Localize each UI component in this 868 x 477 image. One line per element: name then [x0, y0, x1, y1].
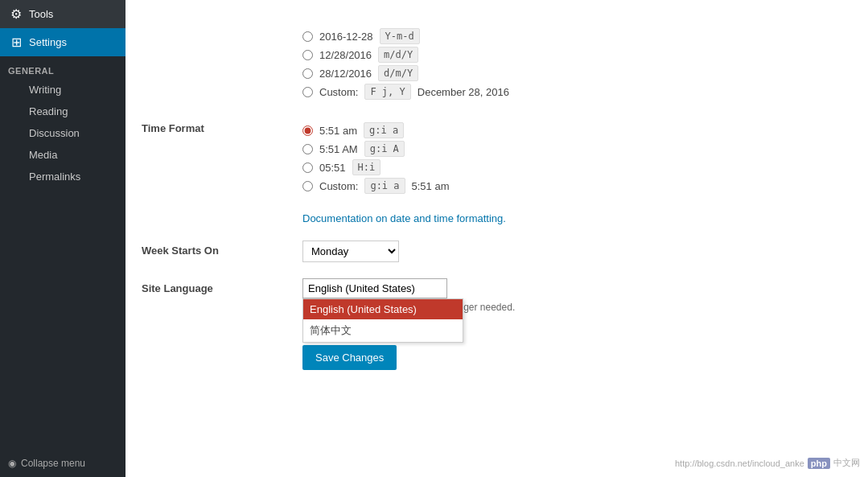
date-format-badge-dmy: d/m/Y	[378, 65, 418, 81]
date-format-badge-mdy: m/d/Y	[378, 47, 418, 63]
sidebar-item-media[interactable]: Media	[0, 144, 125, 166]
date-format-option-ymd[interactable]: 2016-12-28 Y-m-d	[302, 28, 825, 44]
date-format-label	[142, 16, 302, 110]
time-format-label: Time Format	[142, 110, 302, 204]
sidebar-item-writing[interactable]: Writing	[0, 79, 125, 101]
time-format-radio-custom[interactable]	[302, 181, 313, 191]
date-format-preview: December 28, 2016	[418, 86, 509, 98]
date-format-row: 2016-12-28 Y-m-d 12/28/2016 m/d/Y 28/12/…	[142, 16, 825, 110]
date-format-display-ymd: 2016-12-28	[319, 31, 373, 43]
time-format-display-Hi: 05:51	[319, 162, 346, 174]
doc-link-row: Documentation on date and time formattin…	[142, 204, 825, 232]
sidebar-item-reading[interactable]: Reading	[0, 101, 125, 122]
lang-option-zh[interactable]: 简体中文	[303, 319, 463, 342]
collapse-menu-button[interactable]: ◉ Collapse menu	[0, 450, 125, 477]
time-format-badge-Hi: H:i	[352, 159, 381, 175]
time-format-badge-gia: g:i a	[364, 122, 404, 138]
main-content: 2016-12-28 Y-m-d 12/28/2016 m/d/Y 28/12/…	[125, 0, 868, 477]
general-section-label: General	[0, 56, 125, 79]
settings-form-table: 2016-12-28 Y-m-d 12/28/2016 m/d/Y 28/12/…	[142, 16, 825, 378]
time-format-display-gia: 5:51 am	[319, 125, 357, 137]
time-format-display-giA: 5:51 AM	[319, 143, 358, 155]
date-format-radio-mdy[interactable]	[302, 50, 313, 60]
php-badge: php	[808, 458, 830, 469]
time-format-row: Time Format 5:51 am g:i a 5:51 AM g:i A	[142, 110, 825, 204]
date-format-radio-custom[interactable]	[302, 87, 313, 97]
date-format-radio-ymd[interactable]	[302, 31, 313, 42]
week-starts-on-row: Week Starts On Sunday Monday Tuesday Wed…	[142, 232, 825, 270]
time-format-option-gia[interactable]: 5:51 am g:i a	[302, 122, 825, 138]
week-starts-on-label: Week Starts On	[142, 232, 302, 270]
doc-link[interactable]: Documentation on date and time formattin…	[302, 212, 506, 224]
tools-icon: ⚙	[8, 6, 24, 22]
cn-label: 中文网	[833, 457, 860, 469]
date-format-radio-dmy[interactable]	[302, 68, 313, 79]
date-format-custom-label: Custom:	[319, 86, 358, 98]
sidebar-item-tools-label: Tools	[29, 8, 53, 20]
settings-icon: ⊞	[8, 35, 24, 50]
site-language-row: Site Language English (United States) 简体…	[142, 270, 825, 321]
watermark: http://blog.csdn.net/incloud_anke php 中文…	[675, 457, 860, 469]
date-format-display-dmy: 28/12/2016	[319, 68, 372, 80]
lang-select-wrap: English (United States) 简体中文 English (Un…	[302, 278, 447, 298]
time-format-option-Hi[interactable]: 05:51 H:i	[302, 159, 825, 175]
time-format-option-custom[interactable]: Custom: g:i a 5:51 am	[302, 178, 825, 194]
save-changes-button[interactable]: Save Changes	[302, 345, 397, 370]
time-format-option-giA[interactable]: 5:51 AM g:i A	[302, 141, 825, 157]
date-format-option-dmy[interactable]: 28/12/2016 d/m/Y	[302, 65, 825, 81]
save-changes-row: Save Changes	[142, 321, 825, 378]
date-format-option-mdy[interactable]: 12/28/2016 m/d/Y	[302, 47, 825, 63]
sidebar-item-tools[interactable]: ⚙ Tools	[0, 0, 125, 28]
collapse-icon: ◉	[8, 458, 16, 469]
sidebar-item-settings-label: Settings	[29, 36, 67, 48]
time-format-radio-giA[interactable]	[302, 144, 313, 154]
time-format-badge-custom: g:i a	[364, 178, 405, 194]
lang-option-en[interactable]: English (United States)	[303, 299, 463, 319]
sidebar: ⚙ Tools ⊞ Settings General Writing Readi…	[0, 0, 125, 477]
time-format-preview: 5:51 am	[412, 180, 450, 192]
time-format-custom-label: Custom:	[319, 180, 358, 192]
date-format-display-mdy: 12/28/2016	[319, 49, 372, 61]
sidebar-item-settings[interactable]: ⊞ Settings	[0, 28, 125, 56]
time-format-radio-Hi[interactable]	[302, 162, 313, 173]
lang-dropdown-popup: English (United States) 简体中文	[302, 298, 463, 343]
week-starts-on-select[interactable]: Sunday Monday Tuesday Wednesday Thursday…	[302, 241, 399, 262]
site-language-select[interactable]: English (United States) 简体中文	[302, 278, 447, 298]
time-format-badge-giA: g:i A	[364, 141, 405, 157]
date-format-option-custom[interactable]: Custom: F j, Y December 28, 2016	[302, 84, 825, 100]
site-language-label: Site Language	[142, 270, 302, 321]
date-format-badge-custom: F j, Y	[364, 84, 410, 100]
watermark-url: http://blog.csdn.net/incloud_anke	[675, 458, 804, 468]
sidebar-item-discussion[interactable]: Discussion	[0, 122, 125, 144]
time-format-radio-gia[interactable]	[302, 125, 313, 136]
sidebar-item-permalinks[interactable]: Permalinks	[0, 166, 125, 187]
date-format-badge-ymd: Y-m-d	[380, 28, 420, 44]
